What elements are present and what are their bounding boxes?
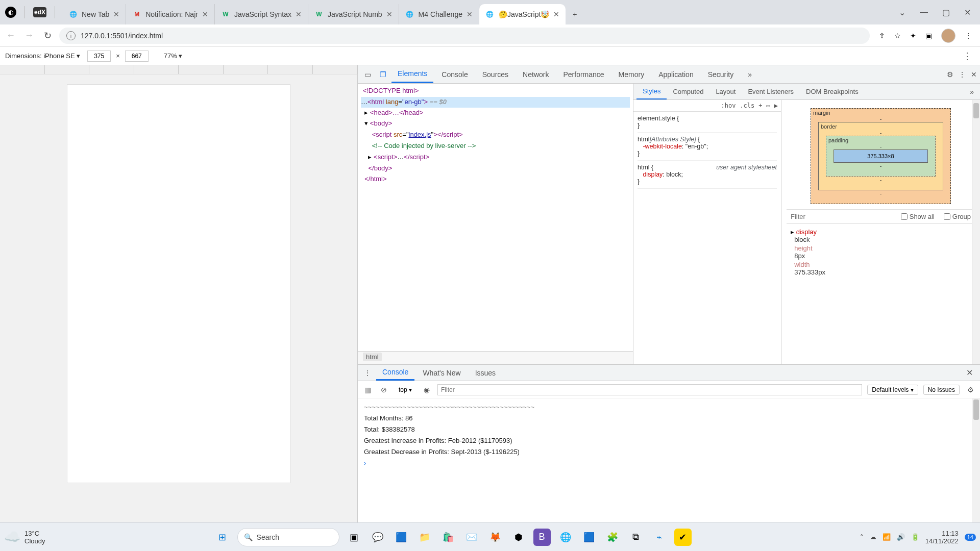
head-node[interactable]: ▸ <head>…</head>: [361, 109, 424, 116]
tab-application[interactable]: Application: [652, 65, 700, 83]
tab-m4[interactable]: 🌐M4 Challenge✕: [399, 4, 479, 24]
computed-width[interactable]: width 375.333px: [791, 261, 971, 276]
html-node-selected[interactable]: …<html lang="en-gb"> == $0: [361, 97, 630, 108]
close-icon[interactable]: ✕: [553, 10, 559, 18]
show-all-checkbox[interactable]: Show all: [901, 213, 935, 220]
tab-gmail[interactable]: MNotification: Najr✕: [126, 4, 215, 24]
breadcrumb-html[interactable]: html: [363, 353, 382, 361]
dropbox-icon[interactable]: ⬢: [510, 529, 527, 546]
close-icon[interactable]: ✕: [467, 10, 473, 18]
tab-network[interactable]: Network: [517, 65, 555, 83]
body-node[interactable]: ▾ <body>: [361, 119, 392, 127]
console-filter-input[interactable]: [437, 384, 862, 395]
new-rule-button[interactable]: +: [758, 102, 762, 109]
new-tab-button[interactable]: +: [566, 4, 584, 24]
tab-layout[interactable]: Layout: [709, 84, 742, 99]
tab-dom-breakpoints[interactable]: DOM Breakpoints: [800, 84, 865, 99]
issues-button[interactable]: No Issues: [923, 385, 960, 395]
maximize-button[interactable]: ▢: [942, 8, 950, 17]
rule-html-attr[interactable]: html[Attributes Style] { -webkit-locale:…: [638, 136, 777, 161]
sidepanel-icon[interactable]: ▣: [925, 32, 932, 40]
inspect-icon[interactable]: ▭: [361, 70, 374, 79]
bookmark-icon[interactable]: ☆: [894, 32, 901, 40]
site-info-icon[interactable]: i: [66, 31, 76, 40]
zoom-dropdown[interactable]: 77% ▾: [164, 52, 183, 60]
computed-height[interactable]: height 8px: [791, 244, 971, 260]
explorer-icon[interactable]: 📁: [416, 529, 433, 546]
tab-console[interactable]: Console: [435, 65, 474, 83]
chrome-icon[interactable]: 🌐: [557, 529, 574, 546]
system-tray[interactable]: ˄ ☁ 📶 🔊 🔋 11:13 14/11/2022 14: [860, 530, 976, 545]
drawer-tab-issues[interactable]: Issues: [469, 365, 502, 381]
device-toolbar-more-icon[interactable]: ⋮: [960, 51, 975, 62]
dom-tree[interactable]: <!DOCTYPE html> …<html lang="en-gb"> == …: [358, 84, 633, 351]
reload-button[interactable]: ↻: [41, 30, 54, 41]
devtools-close-icon[interactable]: ✕: [971, 70, 977, 79]
settings-icon[interactable]: ⚙: [947, 70, 953, 79]
dimensions-dropdown[interactable]: Dimensions: iPhone SE ▾: [5, 52, 80, 60]
chevron-up-icon[interactable]: ˄: [860, 533, 864, 541]
weather-widget[interactable]: ☁️ 13°CCloudy: [4, 529, 45, 545]
back-button[interactable]: ←: [4, 30, 17, 41]
device-frame[interactable]: [67, 85, 290, 483]
app-icon[interactable]: 💬: [369, 529, 386, 546]
taskbar-search[interactable]: 🔍Search: [237, 528, 339, 546]
store-icon[interactable]: 🛍️: [439, 529, 457, 546]
elements-breadcrumb[interactable]: html: [358, 351, 633, 364]
close-icon[interactable]: ✕: [202, 10, 208, 18]
tab-elements[interactable]: Elements: [391, 65, 433, 83]
app-icon[interactable]: B: [533, 529, 551, 546]
profile-avatar[interactable]: [941, 29, 955, 43]
group-checkbox[interactable]: Group: [944, 213, 971, 220]
tab-event-listeners[interactable]: Event Listeners: [742, 84, 800, 99]
share-icon[interactable]: ⇪: [879, 32, 885, 40]
styles-tabs-overflow-icon[interactable]: »: [967, 88, 977, 96]
tab-memory[interactable]: Memory: [612, 65, 651, 83]
close-icon[interactable]: ✕: [113, 10, 119, 18]
box-model[interactable]: margin- border- padding- 375.333×8 - - -: [811, 108, 951, 204]
github-icon[interactable]: ◐: [5, 7, 16, 18]
devtools-more-icon[interactable]: ⋮: [959, 70, 966, 79]
clear-console-icon[interactable]: ⊘: [378, 386, 389, 394]
script-node[interactable]: <script src="index.js"></script>: [361, 131, 463, 138]
log-levels-dropdown[interactable]: Default levels ▾: [867, 385, 918, 395]
comment-node[interactable]: <!-- Code injected by live-server -->: [361, 142, 476, 149]
norton-icon[interactable]: ✔: [674, 529, 692, 546]
tab-new-tab[interactable]: 🌐New Tab✕: [62, 4, 126, 24]
body-close-node[interactable]: </body>: [361, 164, 392, 172]
onedrive-icon[interactable]: ☁: [870, 533, 876, 541]
tab-js-numb[interactable]: WJavaScript Numb✕: [308, 4, 399, 24]
app-icon[interactable]: 🧩: [604, 529, 621, 546]
tab-sources[interactable]: Sources: [476, 65, 514, 83]
tab-js-syntax[interactable]: WJavaScript Syntax✕: [215, 4, 308, 24]
tab-javascript-active[interactable]: 🌐🤔JavaScript🤯✕: [479, 4, 566, 24]
firefox-icon[interactable]: 🦊: [486, 529, 504, 546]
tabs-dropdown-icon[interactable]: ⌄: [899, 8, 905, 17]
hov-toggle[interactable]: :hov: [721, 102, 736, 109]
drawer-close-icon[interactable]: ✕: [962, 368, 977, 378]
task-view-icon[interactable]: ▣: [346, 529, 363, 546]
tabs-overflow-icon[interactable]: »: [742, 65, 758, 83]
toggle-icon[interactable]: ▶: [774, 102, 778, 109]
script2-node[interactable]: ▸ <script>…</script>: [361, 153, 429, 161]
minimize-button[interactable]: —: [920, 8, 928, 17]
width-input[interactable]: [87, 51, 111, 62]
context-dropdown[interactable]: top ▾: [395, 385, 416, 394]
app-icon[interactable]: 🟦: [580, 529, 598, 546]
battery-icon[interactable]: 🔋: [911, 533, 919, 541]
rule-element-style[interactable]: element.style { }: [638, 115, 777, 133]
wifi-icon[interactable]: 📶: [883, 533, 891, 541]
console-output[interactable]: ~~~~~~~~~~~~~~~~~~~~~~~~~~~~~~~~~~~~~~~~…: [358, 398, 980, 522]
edge-icon[interactable]: 🟦: [393, 529, 410, 546]
device-icon[interactable]: ▭: [767, 102, 770, 109]
tab-styles[interactable]: Styles: [636, 84, 667, 99]
live-expression-icon[interactable]: ◉: [421, 386, 432, 394]
rule-html-ua[interactable]: user agent stylesheethtml { display: blo…: [638, 164, 777, 189]
forward-button[interactable]: →: [22, 30, 36, 41]
start-button[interactable]: ⊞: [214, 529, 231, 546]
drawer-tab-whatsnew[interactable]: What's New: [416, 365, 467, 381]
computed-display[interactable]: ▸ display block: [791, 228, 971, 243]
drawer-more-icon[interactable]: ⋮: [361, 369, 374, 377]
drawer-tab-console[interactable]: Console: [376, 365, 414, 381]
url-input[interactable]: i 127.0.0.1:5501/index.html: [59, 28, 870, 44]
